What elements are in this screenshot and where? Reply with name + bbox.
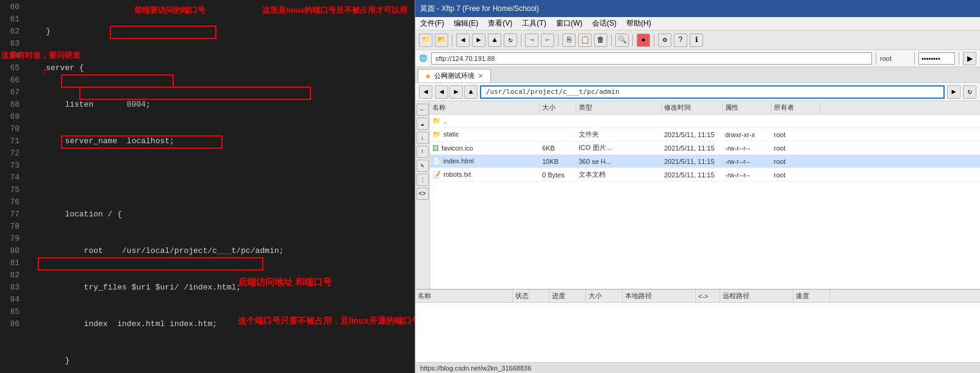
toolbar-copy[interactable]: ⎘ [562, 34, 576, 47]
annotation-port-note: 这个端口号只要不被占用，且linux开通的端口号才可以用 [238, 316, 415, 327]
file-name-parent: 📁.. [430, 117, 540, 125]
code-line-69: } [24, 355, 415, 367]
toolbar-paste[interactable]: 📋 [578, 34, 592, 47]
sftp-password-input[interactable] [918, 52, 955, 65]
file-table-header: 名称 大小 类型 修改时间 属性 所有者 [430, 101, 980, 115]
left-btn-2[interactable]: ☁ [417, 118, 429, 130]
toolbar-delete[interactable]: 🗑 [594, 34, 607, 47]
sftp-address-icon: 🌐 [419, 54, 427, 62]
file-modified-static: 2021/5/11, 11:15 [662, 131, 723, 138]
sftp-file-area: 名称 大小 类型 修改时间 属性 所有者 📁.. [430, 101, 980, 289]
nav-up-btn[interactable]: ▲ [464, 85, 477, 99]
left-btn-3[interactable]: ↓ [417, 132, 429, 144]
sftp-menubar: 文件(F) 编辑(E) 查看(V) 工具(T) 窗口(W) 会话(S) 帮助(H… [415, 17, 980, 30]
nav-back2-btn[interactable]: ◀ [435, 85, 448, 99]
nav-go-btn[interactable]: ▶ [947, 85, 960, 99]
sftp-titlebar: 莫圆 - Xftp 7 (Free for Home/School) [415, 0, 980, 17]
left-btn-5[interactable]: ✎ [417, 160, 429, 172]
toolbar-help[interactable]: ? [674, 34, 687, 47]
sftp-nav-bar: ◀ ◀ ▶ ▲ ▶ ↻ [415, 83, 980, 101]
annotation-linux-port: 这里是linux的端口号且不被占用才可以用 [262, 5, 407, 16]
file-row-favicon[interactable]: 🖼favicon.ico 6KB ICO 图片... 2021/5/11, 11… [430, 141, 980, 155]
code-line-62: listen 8004; [24, 99, 415, 111]
file-row-static[interactable]: 📁static 文件夹 2021/5/11, 11:15 drwxr-xr-x … [430, 128, 980, 141]
col-type: 类型 [576, 102, 662, 113]
code-line-67: try_files $uri $uri/ /index.html; [24, 282, 415, 294]
bottom-col-name: 名称 [415, 290, 513, 302]
toolbar-transfer1[interactable]: → [525, 34, 538, 47]
sftp-connect-btn[interactable]: ▶ [963, 52, 976, 65]
sftp-left-toolbar: ← ☁ ↓ ↑ ✎ ⋮ <> [415, 101, 430, 289]
menu-view[interactable]: 查看(V) [483, 17, 517, 30]
nav-forward-btn[interactable]: ▶ [449, 85, 463, 99]
annotation-frontend-port: 前端要访问的端口号 [134, 5, 206, 16]
file-attr-static: drwxr-xr-x [723, 131, 771, 138]
left-btn-4[interactable]: ↑ [417, 146, 429, 158]
sftp-tab-label: 公网测试环境 [434, 71, 474, 80]
col-modified: 修改时间 [662, 102, 723, 113]
toolbar-refresh-btn[interactable]: ↻ [504, 34, 517, 47]
col-name: 名称 [430, 102, 540, 113]
menu-session[interactable]: 会话(S) [587, 17, 621, 30]
bottom-body [415, 303, 980, 362]
file-modified-index: 2021/5/11, 11:15 [662, 158, 723, 165]
toolbar-open-btn[interactable]: 📂 [435, 34, 448, 47]
sftp-tab-active[interactable]: ◆ 公网测试环境 ✕ [418, 69, 491, 82]
left-btn-7[interactable]: <> [417, 188, 429, 200]
bottom-header: 名称 状态 进度 大小 本地路径 <-> 远程路径 速度 [415, 290, 980, 303]
code-line-61: server { [24, 62, 415, 74]
file-owner-favicon: root [771, 144, 820, 152]
file-name-static: 📁static [430, 130, 540, 138]
sftp-user-label: root [880, 55, 910, 62]
file-row-robots[interactable]: 📝robots.txt 0 Bytes 文本文档 2021/5/11, 11:1… [430, 168, 980, 182]
file-attr-index: -rw-r--r-- [723, 158, 771, 165]
file-modified-favicon: 2021/5/11, 11:15 [662, 144, 723, 152]
menu-edit[interactable]: 编辑(E) [449, 17, 483, 30]
toolbar-back-btn[interactable]: ◀ [456, 34, 470, 47]
sftp-tabs: ◆ 公网测试环境 ✕ [415, 67, 980, 83]
code-line-60: } [24, 26, 415, 38]
menu-file[interactable]: 文件(F) [415, 17, 449, 30]
file-name-index: 📄index.html [430, 157, 540, 165]
toolbar-up-btn[interactable]: ▲ [488, 34, 501, 47]
menu-help[interactable]: 帮助(H) [621, 17, 656, 30]
file-owner-robots: root [771, 171, 820, 179]
toolbar-new-btn[interactable]: 📁 [419, 34, 432, 47]
file-type-index: 360 se H... [576, 158, 662, 165]
toolbar-info[interactable]: ℹ [690, 34, 703, 47]
toolbar-red[interactable]: ● [637, 34, 650, 47]
file-name-favicon: 🖼favicon.ico [430, 144, 540, 152]
annotation-backend-url: 后端访问地址 和端口号 [238, 277, 332, 288]
file-attr-robots: -rw-r--r-- [723, 171, 771, 179]
bottom-col-size: 大小 [586, 290, 623, 302]
code-editor-panel: 60 61 62 63 64 65 66 67 68 69 70 71 72 7… [0, 0, 415, 373]
sftp-status-bar: https://blog.csdn.net/w2kn_31668836 [415, 362, 980, 373]
sftp-address-input[interactable] [431, 52, 872, 65]
left-btn-6[interactable]: ⋮ [417, 174, 429, 186]
code-line-66: root /usr/local/project/c___t/pc/admin; [24, 245, 415, 257]
toolbar-transfer2[interactable]: ← [541, 34, 554, 47]
toolbar-search[interactable]: 🔍 [615, 34, 629, 47]
toolbar-forward-btn[interactable]: ▶ [472, 34, 485, 47]
sftp-path-input[interactable] [480, 85, 945, 99]
file-name-robots: 📝robots.txt [430, 171, 540, 179]
toolbar-settings[interactable]: ⚙ [658, 34, 671, 47]
sftp-tab-close[interactable]: ✕ [478, 73, 483, 79]
file-type-robots: 文本文档 [576, 170, 662, 179]
file-table-body: 📁.. 📁static 文件夹 2021/5/11, 11:15 [430, 115, 980, 289]
menu-tools[interactable]: 工具(T) [517, 17, 551, 30]
bottom-col-arrow: <-> [696, 290, 720, 302]
code-line-63: server_name localhost; [24, 135, 415, 147]
file-row-parent[interactable]: 📁.. [430, 115, 980, 128]
menu-window[interactable]: 窗口(W) [551, 17, 587, 30]
file-row-index[interactable]: 📄index.html 10KB 360 se H... 2021/5/11, … [430, 155, 980, 168]
file-type-favicon: ICO 图片... [576, 143, 662, 152]
nav-back-btn[interactable]: ◀ [419, 85, 432, 99]
bottom-col-remote: 远程路径 [720, 290, 793, 302]
col-attr: 属性 [723, 102, 771, 113]
left-btn-1[interactable]: ← [417, 104, 429, 116]
sftp-main-area: ← ☁ ↓ ↑ ✎ ⋮ <> 名称 大小 类型 修改时间 属性 所有者 [415, 101, 980, 289]
nav-refresh-btn[interactable]: ↻ [963, 85, 976, 99]
sftp-address-bar: 🌐 root ▶ [415, 50, 980, 67]
sftp-toolbar: 📁 📂 ◀ ▶ ▲ ↻ → ← ⎘ 📋 🗑 🔍 ● ⚙ ? ℹ [415, 30, 980, 50]
